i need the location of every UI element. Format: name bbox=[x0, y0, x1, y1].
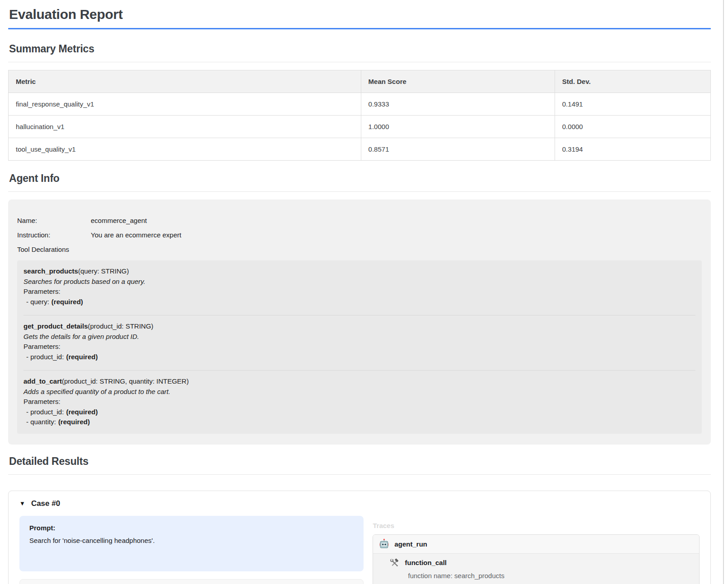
trace-agent-run[interactable]: agent_run bbox=[373, 535, 699, 554]
metric-name: hallucination_v1 bbox=[9, 116, 361, 138]
case-left-column: Prompt: Search for 'noise-cancelling hea… bbox=[19, 516, 364, 584]
case-card: ▼ Case #0 Prompt: Search for 'noise-canc… bbox=[8, 491, 711, 584]
table-row: final_response_quality_v1 0.9333 0.1491 bbox=[9, 93, 711, 116]
detailed-results-heading: Detailed Results bbox=[9, 455, 711, 468]
metric-mean-score: 0.9333 bbox=[361, 93, 555, 116]
page-title: Evaluation Report bbox=[9, 7, 711, 22]
trace-root-label: agent_run bbox=[394, 540, 427, 548]
agent-instruction-row: Instruction: You are an ecommerce expert bbox=[17, 231, 702, 239]
metric-std-dev: 0.3194 bbox=[555, 138, 710, 161]
tool-declaration-add-to-cart: add_to_cart(product_id: STRING, quantity… bbox=[23, 371, 695, 434]
table-row: hallucination_v1 1.0000 0.0000 bbox=[9, 116, 711, 138]
tool-description: Gets the details for a given product ID. bbox=[23, 332, 695, 342]
trace-children: function_call function name: search_prod… bbox=[373, 554, 699, 584]
parameter-name: - product_id: bbox=[26, 353, 64, 361]
traces-panel: agent_run bbox=[373, 534, 700, 584]
case-content: Prompt: Search for 'noise-cancelling hea… bbox=[19, 516, 700, 584]
tool-declarations-label: Tool Declarations bbox=[17, 246, 702, 253]
tool-args: (product_id: STRING, quantity: INTEGER) bbox=[62, 377, 189, 385]
tool-signature: add_to_cart(product_id: STRING, quantity… bbox=[23, 376, 695, 387]
agent-name-row: Name: ecommerce_agent bbox=[17, 217, 702, 224]
tool-declaration-search-products: search_products(query: STRING) Searches … bbox=[23, 260, 695, 315]
case-title: Case #0 bbox=[31, 499, 60, 508]
tool-signature: get_product_details(product_id: STRING) bbox=[23, 321, 695, 332]
tool-name: search_products bbox=[23, 267, 78, 275]
metric-name: tool_use_quality_v1 bbox=[9, 138, 361, 161]
case-details: ▼ Case #0 Prompt: Search for 'noise-canc… bbox=[19, 499, 700, 584]
traces-label: Traces bbox=[373, 522, 700, 530]
section-divider bbox=[8, 191, 711, 192]
trace-child-label: function_call bbox=[405, 558, 447, 567]
parameter-required-flag: (required) bbox=[66, 353, 98, 361]
page-right-border bbox=[723, 0, 724, 584]
agent-info-section: Agent Info Name: ecommerce_agent Instruc… bbox=[8, 172, 711, 445]
prompt-text: Search for 'noise-cancelling headphones'… bbox=[29, 537, 354, 544]
parameter-required-flag: (required) bbox=[66, 408, 98, 416]
detailed-results-section: Detailed Results ▼ Case #0 Prompt: Searc… bbox=[8, 455, 711, 584]
agent-name-label: Name: bbox=[17, 217, 91, 224]
tool-name: add_to_cart bbox=[23, 377, 62, 385]
summary-metrics-table: Metric Mean Score Std. Dev. final_respon… bbox=[8, 70, 711, 161]
parameter-required-flag: (required) bbox=[51, 298, 83, 306]
summary-metrics-heading: Summary Metrics bbox=[9, 43, 711, 55]
parameter-name: - product_id: bbox=[26, 408, 64, 416]
metric-std-dev: 0.1491 bbox=[555, 93, 710, 116]
summary-metrics-section: Summary Metrics Metric Mean Score Std. D… bbox=[8, 43, 711, 161]
agent-name-value: ecommerce_agent bbox=[91, 217, 147, 224]
title-accent-divider bbox=[8, 28, 711, 29]
tool-declaration-get-product-details: get_product_details(product_id: STRING) … bbox=[23, 315, 695, 371]
next-case-panel-partial bbox=[19, 579, 364, 584]
tool-description: Searches for products based on a query. bbox=[23, 277, 695, 287]
section-divider bbox=[8, 474, 711, 475]
metric-name: final_response_quality_v1 bbox=[9, 93, 361, 116]
prompt-label: Prompt: bbox=[29, 524, 354, 532]
tool-description: Adds a specified quantity of a product t… bbox=[23, 387, 695, 397]
case-expander[interactable]: ▼ Case #0 bbox=[19, 499, 700, 508]
agent-info-panel: Name: ecommerce_agent Instruction: You a… bbox=[8, 199, 711, 445]
parameter-name: - query: bbox=[26, 298, 49, 306]
tool-parameter: - query:(required) bbox=[23, 297, 695, 307]
tool-parameter: - product_id:(required) bbox=[23, 352, 695, 362]
case-right-column: Traces bbox=[373, 516, 700, 584]
tool-args: (query: STRING) bbox=[78, 267, 129, 275]
prompt-box: Prompt: Search for 'noise-cancelling hea… bbox=[19, 516, 364, 571]
tool-parameters-label: Parameters: bbox=[23, 287, 695, 297]
col-header-mean-score: Mean Score bbox=[361, 70, 555, 93]
robot-icon bbox=[378, 538, 390, 550]
section-divider bbox=[8, 62, 711, 62]
col-header-metric: Metric bbox=[9, 70, 361, 93]
tool-signature: search_products(query: STRING) bbox=[23, 266, 695, 277]
trace-function-call[interactable]: function_call bbox=[390, 558, 692, 568]
metric-mean-score: 0.8571 bbox=[361, 138, 555, 161]
metric-mean-score: 1.0000 bbox=[361, 116, 555, 138]
tool-args: (product_id: STRING) bbox=[88, 322, 154, 330]
table-row: tool_use_quality_v1 0.8571 0.3194 bbox=[9, 138, 711, 161]
agent-instruction-value: You are an ecommerce expert bbox=[91, 231, 181, 239]
col-header-std-dev: Std. Dev. bbox=[555, 70, 710, 93]
tool-parameter: - quantity:(required) bbox=[23, 417, 695, 427]
parameter-name: - quantity: bbox=[26, 418, 56, 426]
tool-parameter: - product_id:(required) bbox=[23, 407, 695, 417]
table-header-row: Metric Mean Score Std. Dev. bbox=[9, 70, 711, 93]
tool-name: get_product_details bbox=[23, 322, 88, 330]
trace-function-name: function name: search_products bbox=[408, 572, 692, 580]
evaluation-report-page: Evaluation Report Summary Metrics Metric… bbox=[8, 7, 711, 584]
tool-parameters-label: Parameters: bbox=[23, 397, 695, 407]
tool-declarations-box: search_products(query: STRING) Searches … bbox=[17, 260, 702, 434]
triangle-down-icon: ▼ bbox=[19, 501, 25, 506]
agent-instruction-label: Instruction: bbox=[17, 231, 91, 239]
hammer-wrench-icon bbox=[390, 558, 399, 568]
tool-parameters-label: Parameters: bbox=[23, 342, 695, 352]
metric-std-dev: 0.0000 bbox=[555, 116, 710, 138]
agent-info-heading: Agent Info bbox=[9, 172, 711, 185]
parameter-required-flag: (required) bbox=[58, 418, 90, 426]
